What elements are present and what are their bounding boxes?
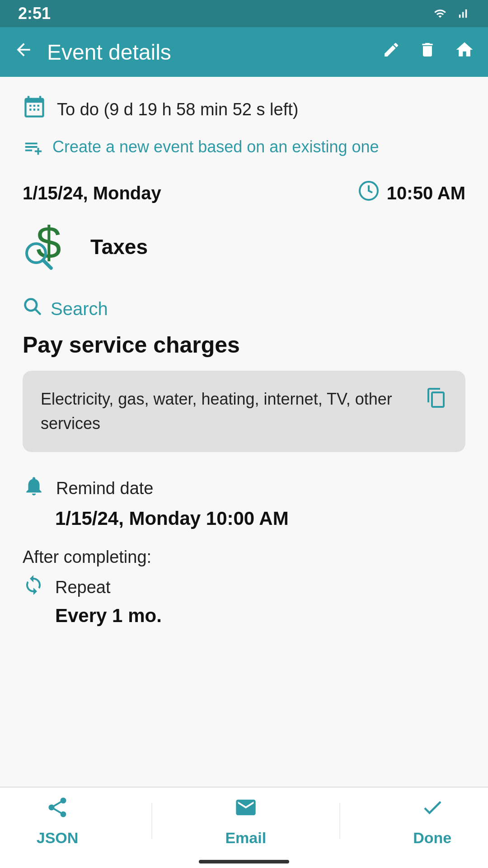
svg-line-2: [44, 261, 52, 269]
status-time: 2:51: [18, 4, 51, 23]
page-title: Event details: [47, 40, 369, 65]
copy-button[interactable]: [426, 387, 447, 414]
top-bar: Event details: [0, 27, 488, 77]
event-category-icon: $: [23, 220, 81, 274]
event-category-name: Taxes: [90, 235, 148, 259]
nav-json[interactable]: JSON: [37, 796, 79, 847]
event-title: Pay service charges: [23, 332, 465, 358]
search-icon: [23, 297, 42, 321]
email-icon: [234, 796, 258, 825]
event-icon-row: $ Taxes: [23, 220, 465, 274]
signal-icon: [455, 7, 470, 20]
status-bar: 2:51: [0, 0, 488, 27]
date-time-row: 1/15/24, Monday 10:50 AM: [23, 180, 465, 206]
bottom-nav: JSON Email Done: [0, 787, 488, 868]
nav-email[interactable]: Email: [225, 796, 266, 847]
done-icon: [421, 796, 444, 825]
json-label: JSON: [37, 829, 79, 847]
create-event-row[interactable]: Create a new event based on an existing …: [23, 137, 465, 157]
status-icons: [432, 7, 470, 20]
description-box: Electricity, gas, water, heating, intern…: [23, 371, 465, 452]
todo-text: To do (9 d 19 h 58 min 52 s left): [57, 100, 298, 119]
remind-date: 1/15/24, Monday 10:00 AM: [55, 508, 465, 529]
event-date: 1/15/24, Monday: [23, 183, 161, 203]
repeat-icon: [23, 574, 44, 600]
calendar-icon: [23, 95, 46, 124]
home-indicator: [199, 860, 289, 863]
remind-row: Remind date: [23, 475, 465, 502]
magnify-icon: [23, 240, 55, 272]
remind-section: Remind date 1/15/24, Monday 10:00 AM: [23, 475, 465, 529]
json-icon: [46, 796, 69, 825]
email-label: Email: [225, 829, 266, 847]
time-section: 10:50 AM: [358, 180, 465, 206]
repeat-value: Every 1 mo.: [55, 605, 465, 627]
create-event-icon: [23, 137, 43, 157]
nav-divider-1: [151, 803, 152, 839]
create-event-text: Create a new event based on an existing …: [52, 137, 379, 156]
todo-row: To do (9 d 19 h 58 min 52 s left): [23, 95, 465, 124]
wifi-icon: [432, 7, 448, 20]
nav-divider-2: [339, 803, 340, 839]
repeat-label: Repeat: [55, 578, 111, 597]
edit-button[interactable]: [382, 41, 400, 63]
nav-done[interactable]: Done: [413, 796, 451, 847]
top-bar-actions: [382, 40, 474, 64]
main-content: To do (9 d 19 h 58 min 52 s left) Create…: [0, 77, 488, 787]
done-label: Done: [413, 829, 451, 847]
description-text: Electricity, gas, water, heating, intern…: [41, 387, 417, 436]
bell-icon: [23, 475, 45, 502]
delete-button[interactable]: [418, 41, 436, 63]
home-button[interactable]: [455, 40, 474, 64]
search-label: Search: [51, 299, 108, 319]
svg-line-4: [35, 309, 40, 314]
remind-label: Remind date: [56, 479, 153, 498]
back-button[interactable]: [14, 39, 33, 65]
clock-icon: [358, 180, 380, 206]
search-row[interactable]: Search: [23, 297, 465, 321]
event-time: 10:50 AM: [387, 183, 465, 203]
repeat-row: Repeat: [23, 574, 465, 600]
after-completing-label: After completing:: [23, 547, 465, 567]
